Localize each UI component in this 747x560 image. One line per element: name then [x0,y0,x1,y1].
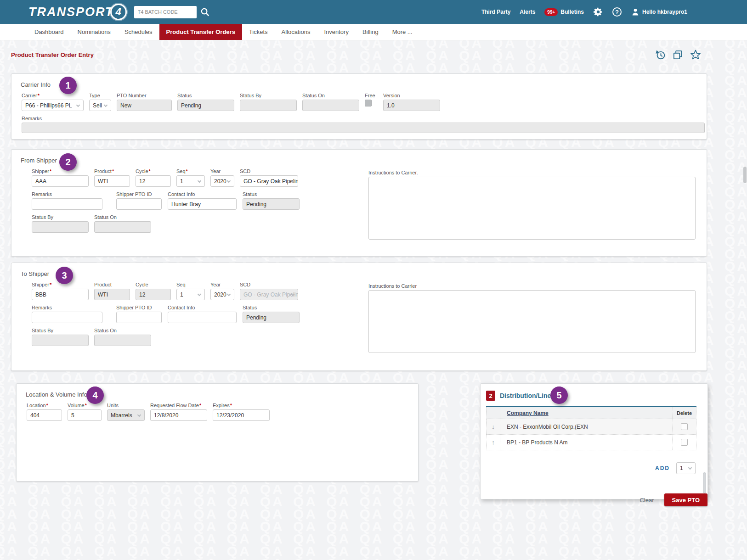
table-row: ↓ EXN - ExxonMobil Oil Corp.(EXN [486,419,696,435]
history-icon[interactable] [655,50,666,60]
main-nav: Dashboard Nominations Schedules Product … [0,24,747,40]
clear-button[interactable]: Clear [639,497,654,504]
company-name-column-header[interactable]: Company Name [500,407,672,419]
version-field [383,100,440,111]
header-links: Third Party Alerts 99+ Bulletins ? Hello… [481,7,687,17]
carrier-status-field [177,100,234,111]
to-scd-select: GO - Gray Oak Pipelin [240,289,298,300]
carrier-status-on-field [302,100,359,111]
from-scd-select[interactable]: GO - Gray Oak Pipelin [240,175,298,187]
nav-nominations[interactable]: Nominations [71,24,118,40]
table-row: ↑ BP1 - BP Products N Am [486,435,696,450]
from-status-by-field [32,221,89,233]
carrier-remarks-field [22,123,705,133]
carrier-info-card: 1 Carrier Info Carrier* P66 - Phillips66… [11,73,707,140]
chevron-down-icon [688,466,692,470]
from-cycle-field[interactable] [136,175,171,187]
help-icon[interactable]: ? [612,7,622,17]
to-shipper-card: 3 To Shipper Shipper* Product Cycle Seq … [11,263,707,371]
nav-allocations[interactable]: Allocations [275,24,317,40]
nav-inventory[interactable]: Inventory [317,24,355,40]
to-shipper-field[interactable] [32,289,89,300]
nav-schedules[interactable]: Schedules [118,24,159,40]
to-remarks-field[interactable] [32,312,102,323]
chevron-down-icon [227,292,231,296]
step-badge-2: 2 [59,153,77,171]
logo-number-circle: 4 [110,4,127,20]
free-checkbox[interactable] [365,100,372,106]
from-shipper-pto-id-field[interactable] [116,198,162,210]
settings-gear-icon[interactable] [593,7,603,17]
company-name-cell: BP1 - BP Products N Am [500,435,672,450]
move-down-icon[interactable]: ↓ [487,419,500,434]
from-remarks-field[interactable] [32,198,102,210]
carrier-status-by-field [240,100,297,111]
from-status-field [243,198,300,210]
batch-code-search-input[interactable] [134,6,197,18]
table-header-row: Company Name Delete [486,407,696,419]
to-seq-select[interactable]: 1 [176,289,205,300]
add-button[interactable]: ADD [655,465,670,471]
distribution-count-badge: 2 [486,391,495,401]
location-field[interactable] [27,409,62,421]
third-party-link[interactable]: Third Party [481,9,510,15]
from-shipper-field[interactable] [32,175,89,187]
favorite-star-icon[interactable] [690,49,701,60]
location-volume-title: Location & Volume Info [26,391,418,398]
from-seq-select[interactable]: 1 [176,175,205,187]
step-badge-4: 4 [86,386,104,404]
from-shipper-card: 2 From Shipper Shipper* Product* Cycle* … [11,149,707,257]
page-title: Product Transfer Order Entry [11,51,94,58]
from-shipper-title: From Shipper [21,157,707,164]
reorder-column-header [487,407,500,419]
panel-scrollbar-thumb[interactable] [703,472,706,493]
type-select[interactable]: Sell [89,100,111,111]
chevron-down-icon [104,103,108,107]
search-icon[interactable] [200,7,210,17]
transport4-logo[interactable]: TRANSPORT 4 [28,4,127,20]
from-product-field[interactable] [94,175,130,187]
to-instructions-textarea[interactable] [368,290,696,353]
nav-billing[interactable]: Billing [356,24,385,40]
to-product-field [94,289,130,300]
chevron-down-icon [137,413,141,417]
from-year-select[interactable]: 2020 [210,175,234,187]
to-shipper-title: To Shipper [21,270,707,277]
expires-field[interactable] [213,409,270,421]
nav-tickets[interactable]: Tickets [242,24,275,40]
save-pto-button[interactable]: Save PTO [664,493,707,506]
user-menu[interactable]: Hello hkbraypro1 [631,7,687,17]
nav-more[interactable]: More ... [385,24,419,40]
to-contact-info-field[interactable] [168,312,237,323]
distribution-table: Company Name Delete ↓ EXN - ExxonMobil O… [486,406,696,450]
page-scrollbar-thumb[interactable] [743,167,747,183]
to-status-by-field [32,335,89,346]
page-content: QA QA QA QA QA QA QA QA QA QA QA QA QA Q… [0,40,747,560]
move-up-icon[interactable]: ↑ [487,435,500,450]
copy-icon[interactable] [673,50,683,60]
from-instructions-textarea[interactable] [368,177,696,240]
to-shipper-pto-id-field[interactable] [116,312,162,323]
to-cycle-field [136,289,171,300]
units-select[interactable]: Mbarrels [107,409,145,421]
user-icon [631,7,640,17]
to-year-select[interactable]: 2020 [210,289,234,300]
to-status-field [243,312,300,323]
pto-number-field [117,100,172,111]
chevron-down-icon [227,179,231,183]
chevron-down-icon [198,179,201,183]
add-count-select[interactable]: 1 [676,462,696,474]
alerts-link[interactable]: Alerts [520,9,535,15]
nav-product-transfer-orders[interactable]: Product Transfer Orders [159,24,242,40]
from-contact-info-field[interactable] [168,198,237,210]
bulletins-link[interactable]: 99+ Bulletins [544,8,584,16]
from-status-on-field [94,221,151,233]
requested-flow-date-field[interactable] [150,409,207,421]
carrier-select[interactable]: P66 - Phillips66 PL [22,100,84,111]
delete-checkbox[interactable] [681,439,688,446]
delete-checkbox[interactable] [681,423,688,430]
to-instructions-label: Instructions to Carrier [368,283,696,289]
bulletins-label: Bulletins [560,9,584,15]
nav-dashboard[interactable]: Dashboard [28,24,71,40]
volume-field[interactable] [68,409,102,421]
